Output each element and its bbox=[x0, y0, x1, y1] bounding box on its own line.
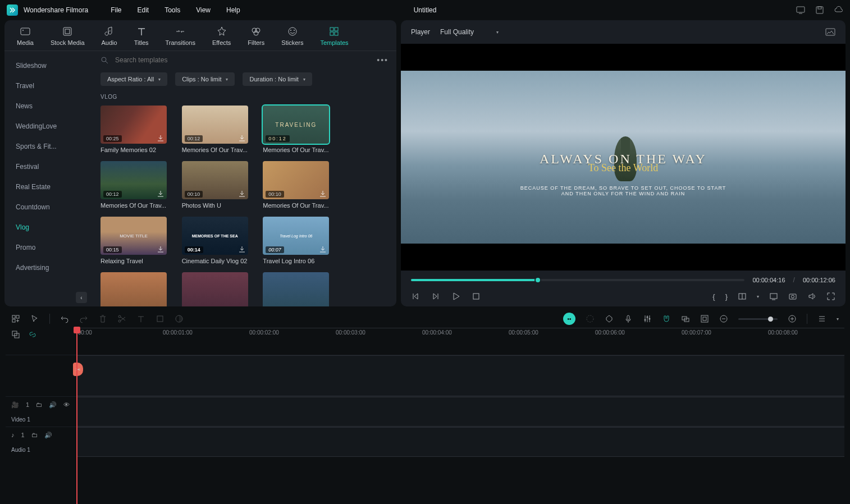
sidebar-item-realestate[interactable]: Real Estate bbox=[4, 177, 93, 197]
folder-icon[interactable]: 🗀 bbox=[36, 401, 42, 408]
template-item[interactable]: 00:12Memories Of Our Trav... bbox=[182, 106, 255, 153]
filter-aspect-ratio[interactable]: Aspect Ratio : All▾ bbox=[100, 72, 167, 86]
timeline-ruler[interactable]: :00:00 00:00:01:00 00:00:02:00 00:00:03:… bbox=[76, 328, 844, 355]
search-input[interactable] bbox=[115, 56, 370, 64]
sidebar-item-promo[interactable]: Promo bbox=[4, 237, 93, 258]
text-icon[interactable] bbox=[136, 314, 145, 323]
video-track[interactable]: 🎥1 🗀 🔊 👁 Video 1 bbox=[6, 396, 844, 427]
music-icon[interactable]: ♪ bbox=[11, 432, 15, 438]
template-item[interactable]: 00:10Memories Of Our Trav... bbox=[263, 161, 336, 209]
template-item[interactable] bbox=[263, 272, 336, 306]
sidebar-item-travel[interactable]: Travel bbox=[4, 76, 93, 96]
add-keyframe-icon[interactable] bbox=[11, 314, 20, 323]
delete-icon[interactable] bbox=[98, 314, 107, 323]
template-item[interactable]: 00:12Memories Of Our Trav... bbox=[100, 161, 174, 209]
sidebar-item-news[interactable]: News bbox=[4, 96, 93, 116]
cursor-icon[interactable] bbox=[30, 314, 39, 323]
seek-bar[interactable] bbox=[411, 279, 744, 281]
mixer-icon[interactable] bbox=[643, 314, 652, 323]
cut-marker[interactable]: ✂ bbox=[73, 363, 83, 376]
menu-help[interactable]: Help bbox=[226, 6, 240, 14]
prev-frame-icon[interactable] bbox=[411, 292, 420, 301]
sidebar-item-countdown[interactable]: Countdown bbox=[4, 197, 93, 217]
sidebar-collapse-button[interactable]: ‹ bbox=[76, 292, 87, 303]
template-item[interactable]: TRAVELING00:12Memories Of Our Trav... bbox=[263, 106, 336, 153]
video-track-body[interactable] bbox=[76, 397, 844, 427]
stop-icon[interactable] bbox=[472, 292, 481, 301]
tab-media[interactable]: Media bbox=[17, 26, 34, 46]
undo-icon[interactable] bbox=[60, 314, 69, 323]
sidebar-item-slideshow[interactable]: Slideshow bbox=[4, 56, 93, 76]
camera-icon[interactable]: 🎥 bbox=[11, 401, 19, 409]
seek-knob[interactable] bbox=[534, 277, 541, 283]
volume-icon[interactable] bbox=[807, 292, 816, 301]
template-item[interactable]: 00:10Photos With U bbox=[182, 161, 255, 209]
menu-file[interactable]: File bbox=[111, 6, 121, 14]
magnet-icon[interactable] bbox=[662, 314, 671, 323]
audio-track-body[interactable] bbox=[76, 427, 844, 457]
sidebar-item-vlog[interactable]: Vlog bbox=[4, 217, 93, 237]
fullscreen-icon[interactable] bbox=[826, 292, 835, 301]
marker-icon[interactable] bbox=[605, 314, 614, 323]
chevron-down-icon[interactable]: ▾ bbox=[757, 294, 759, 299]
camera-icon[interactable] bbox=[788, 292, 797, 301]
audio-track[interactable]: ♪1 🗀 🔊 Audio 1 bbox=[6, 427, 844, 457]
mute-icon[interactable]: 🔊 bbox=[49, 401, 57, 409]
menu-edit[interactable]: Edit bbox=[138, 6, 149, 14]
play-icon[interactable] bbox=[451, 292, 460, 301]
quality-dropdown[interactable]: Full Quality▾ bbox=[440, 28, 499, 36]
color-icon[interactable] bbox=[175, 314, 184, 323]
sidebar-item-sports[interactable]: Sports & Fit... bbox=[4, 136, 93, 157]
template-item[interactable]: MEMORIES OF THE SEA00:14Cinematic Daily … bbox=[182, 217, 255, 264]
menu-tools[interactable]: Tools bbox=[164, 6, 180, 14]
zoom-slider[interactable] bbox=[738, 318, 778, 320]
template-item[interactable]: 00:25Family Memories 02 bbox=[100, 106, 174, 153]
zoom-in-icon[interactable] bbox=[788, 314, 797, 323]
stack-icon[interactable] bbox=[11, 330, 20, 339]
template-item[interactable] bbox=[100, 272, 174, 306]
tab-templates[interactable]: Templates bbox=[320, 26, 348, 46]
link-icon[interactable] bbox=[28, 330, 37, 339]
zoom-knob[interactable] bbox=[768, 317, 773, 322]
empty-track[interactable] bbox=[6, 355, 844, 396]
redo-icon[interactable] bbox=[79, 314, 88, 323]
ai-badge-icon[interactable]: •• bbox=[563, 313, 575, 325]
brace-open-icon[interactable]: { bbox=[712, 292, 715, 301]
brace-close-icon[interactable]: } bbox=[725, 292, 728, 301]
layout-icon[interactable] bbox=[738, 292, 747, 301]
tab-transitions[interactable]: Transitions bbox=[166, 26, 195, 46]
filter-clips[interactable]: Clips : No limit▾ bbox=[175, 72, 235, 86]
tab-stock[interactable]: Stock Media bbox=[51, 26, 85, 46]
template-item[interactable] bbox=[182, 272, 255, 306]
next-frame-icon[interactable] bbox=[431, 292, 440, 301]
tab-effects[interactable]: Effects bbox=[212, 26, 231, 46]
more-options-icon[interactable]: ••• bbox=[377, 56, 389, 65]
cloud-upload-icon[interactable] bbox=[834, 6, 843, 15]
split-icon[interactable] bbox=[117, 314, 126, 323]
mic-icon[interactable] bbox=[624, 314, 633, 323]
tab-titles[interactable]: Titles bbox=[134, 26, 149, 46]
playhead[interactable] bbox=[76, 328, 77, 504]
save-icon[interactable] bbox=[815, 6, 824, 15]
tab-audio[interactable]: Audio bbox=[102, 26, 117, 46]
tab-filters[interactable]: Filters bbox=[248, 26, 264, 46]
mute-icon[interactable]: 🔊 bbox=[44, 432, 52, 439]
sidebar-item-advertising[interactable]: Advertising bbox=[4, 258, 93, 278]
monitor-icon[interactable] bbox=[796, 6, 805, 15]
speed-icon[interactable] bbox=[586, 314, 595, 323]
render-icon[interactable] bbox=[769, 292, 778, 301]
snapshot-icon[interactable] bbox=[825, 28, 835, 36]
sidebar-item-wedding[interactable]: WeddingLove bbox=[4, 116, 93, 136]
zoom-out-icon[interactable] bbox=[719, 314, 728, 323]
template-item[interactable]: Travel Log Intro 0600:07Travel Log Intro… bbox=[263, 217, 336, 264]
group-icon[interactable] bbox=[681, 314, 690, 323]
menu-view[interactable]: View bbox=[196, 6, 211, 14]
folder-icon[interactable]: 🗀 bbox=[31, 432, 38, 438]
filter-duration[interactable]: Duration : No limit▾ bbox=[243, 72, 312, 86]
tab-stickers[interactable]: Stickers bbox=[281, 26, 303, 46]
sidebar-item-festival[interactable]: Festival bbox=[4, 157, 93, 177]
template-item[interactable]: MOVIE TITLE00:15Relaxing Travel bbox=[100, 217, 174, 264]
eye-icon[interactable]: 👁 bbox=[63, 401, 70, 408]
list-view-icon[interactable] bbox=[817, 314, 826, 323]
expand-icon[interactable] bbox=[700, 314, 709, 323]
